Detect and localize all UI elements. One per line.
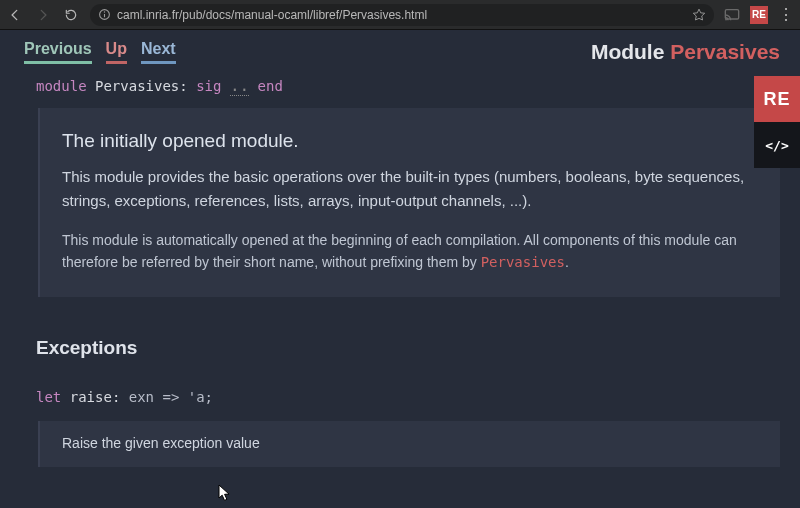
svg-point-2 (104, 11, 105, 12)
menu-button[interactable]: ⋮ (778, 7, 794, 23)
forward-button (34, 6, 52, 24)
info-p2: This module is automatically opened at t… (62, 230, 758, 273)
raise-info: Raise the given exception value (38, 421, 780, 467)
raise-signature: let raise: exn => 'a; (0, 359, 800, 415)
star-icon[interactable] (692, 8, 706, 22)
module-signature: module Pervasives: sig .. end (0, 70, 800, 108)
section-exceptions: Exceptions (0, 297, 800, 359)
up-link[interactable]: Up (106, 40, 127, 64)
info-p1: This module provides the basic operation… (62, 165, 758, 212)
reload-button[interactable] (62, 6, 80, 24)
doc-nav: Previous Up Next (24, 40, 176, 64)
prev-link[interactable]: Previous (24, 40, 92, 64)
info-icon (98, 8, 111, 21)
page-title: Module Pervasives (591, 40, 780, 64)
svg-point-4 (725, 18, 727, 20)
page-content: Previous Up Next Module Pervasives modul… (0, 30, 800, 508)
url-text: caml.inria.fr/pub/docs/manual-ocaml/libr… (117, 8, 427, 22)
extension-badge[interactable]: RE (750, 6, 768, 24)
cast-icon[interactable] (724, 8, 740, 22)
address-bar[interactable]: caml.inria.fr/pub/docs/manual-ocaml/libr… (90, 4, 714, 26)
module-info: The initially opened module. This module… (38, 108, 780, 297)
info-lead: The initially opened module. (62, 126, 758, 155)
side-panel: RE </> (754, 76, 800, 168)
browser-toolbar: caml.inria.fr/pub/docs/manual-ocaml/libr… (0, 0, 800, 30)
next-link[interactable]: Next (141, 40, 176, 64)
code-toggle[interactable]: </> (754, 122, 800, 168)
reason-toggle[interactable]: RE (754, 76, 800, 122)
back-button[interactable] (6, 6, 24, 24)
cursor-icon (218, 484, 232, 502)
